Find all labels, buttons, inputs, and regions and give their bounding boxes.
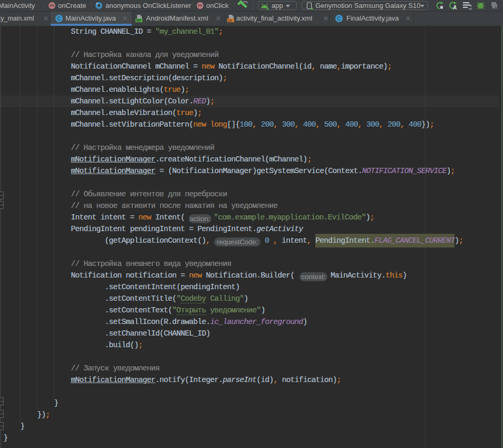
svg-text:MF: MF <box>137 18 141 22</box>
svg-text:cx: cx <box>228 18 233 22</box>
svg-text:A: A <box>453 5 457 11</box>
svg-text:C: C <box>337 15 341 22</box>
svg-text:C: C <box>57 15 61 22</box>
